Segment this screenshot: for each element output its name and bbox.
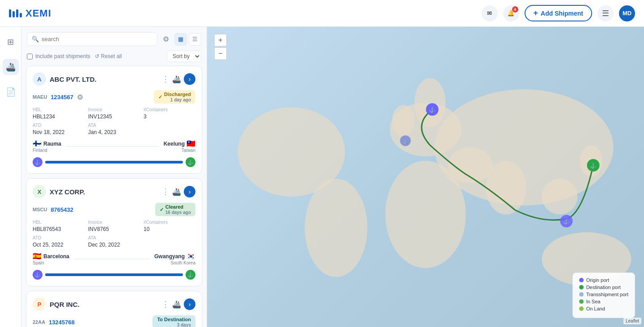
progress-fill-2: [45, 273, 183, 276]
status-badge-3: To Destination 3 days: [153, 315, 195, 327]
list-view-button[interactable]: ☰: [189, 33, 201, 46]
dest-port-2: Gwangyang 🇰🇷 South Korea: [154, 252, 195, 265]
svg-point-16: [560, 215, 573, 227]
zoom-out-button[interactable]: −: [214, 47, 227, 60]
grid-view-button[interactable]: ▦: [174, 33, 187, 46]
origin-port-1: 🇫🇮 Rauma Finland: [33, 139, 61, 153]
sidebar-item-dashboard[interactable]: ⊞: [3, 34, 19, 50]
more-button-2[interactable]: ⋮: [161, 187, 169, 197]
email-button[interactable]: ✉: [482, 5, 498, 21]
info-grid-1: HBL HBL1234 Invoice INV12345 #Containers…: [33, 107, 195, 136]
tracking-row-1: MAEU 1234567 ⚙ ✓ Discharged 1 day ago: [33, 90, 195, 104]
logo-bar-1: [9, 9, 11, 17]
track-icon-2[interactable]: 🚢: [172, 188, 181, 196]
carrier-3: 22AA: [33, 319, 45, 325]
status-badge-2: ✓ Cleared 16 days ago: [155, 203, 195, 216]
dashboard-icon: ⊞: [7, 37, 14, 47]
svg-point-3: [386, 161, 466, 268]
sort-select[interactable]: Sort by: [167, 50, 201, 62]
leaflet-credit: Leaflet: [623, 318, 641, 324]
progress-track-1: [45, 161, 183, 164]
plus-icon: +: [534, 8, 538, 18]
logo-bar-3: [16, 9, 18, 17]
legend-dot-trans: [579, 292, 584, 297]
search-bar: 🔍 ⚙ ▦ ☰: [21, 27, 207, 49]
svg-text:⚓: ⚓: [403, 138, 409, 144]
card-header-2: X XYZ CORP. ⋮ 🚢 ›: [33, 185, 195, 198]
reset-button[interactable]: ↺ Reset all: [95, 53, 122, 59]
svg-point-10: [448, 147, 493, 183]
menu-icon: ☰: [602, 8, 609, 18]
svg-text:⚓: ⚓: [563, 218, 570, 225]
ata-item-2: ATA Dec 20, 2022: [88, 235, 195, 248]
svg-point-0: [390, 103, 462, 156]
route-row-2: 🇪🇸 Barcelona Spain Gwangyang 🇰🇷 South Ko…: [33, 252, 195, 265]
track-icon-3[interactable]: 🚢: [172, 300, 181, 309]
dest-anchor-1: ⚓: [186, 157, 195, 167]
dest-flag-1: 🇹🇼: [186, 139, 195, 148]
track-icon-1[interactable]: 🚢: [172, 75, 181, 84]
filter-button[interactable]: ⚙: [161, 33, 171, 45]
progress-fill-1: [45, 161, 183, 164]
shipment-card-1[interactable]: A ABC PVT. LTD. ⋮ 🚢 › MAEU 1234567 ⚙ ✓: [26, 66, 202, 174]
info-grid-2: HBL HBL876543 Invoice INV8765 #Container…: [33, 220, 195, 248]
include-past-checkbox[interactable]: [27, 54, 33, 59]
email-icon: ✉: [487, 10, 492, 17]
search-input[interactable]: [42, 36, 153, 42]
card-actions-2: ⋮ 🚢 ›: [161, 186, 195, 197]
expand-button-1[interactable]: ›: [184, 73, 195, 85]
more-button-1[interactable]: ⋮: [161, 74, 169, 84]
svg-point-4: [435, 89, 614, 205]
more-button-3[interactable]: ⋮: [161, 299, 169, 309]
filter-row: Include past shipments ↺ Reset all Sort …: [21, 49, 207, 66]
card-actions-3: ⋮ 🚢 ›: [161, 298, 195, 310]
notification-button[interactable]: 🔔 4: [503, 5, 519, 21]
hbl-item-1: HBL HBL1234: [33, 107, 85, 120]
origin-anchor-1: ⚓: [33, 157, 42, 167]
legend-label-dest: Destination port: [586, 285, 621, 290]
svg-point-8: [305, 179, 368, 277]
logo-bar-2: [13, 11, 15, 17]
list-icon: ☰: [192, 36, 198, 42]
progress-row-2: ⚓ ⚓: [33, 270, 195, 280]
tracking-row-2: MSCU 8765432 ✓ Cleared 16 days ago: [33, 203, 195, 216]
svg-text:⚓: ⚓: [429, 106, 436, 113]
check-icon-2: ✓: [160, 207, 164, 213]
sidenav: ⊞ 🚢 📄: [0, 27, 21, 327]
legend-label-trans: Transshipment port: [586, 292, 628, 297]
expand-button-2[interactable]: ›: [184, 186, 195, 197]
company-avatar-2: X: [33, 185, 46, 198]
svg-point-11: [580, 145, 602, 176]
svg-point-6: [542, 179, 578, 214]
logo-text: XEMI: [25, 8, 51, 19]
ship-icon: 🚢: [6, 62, 16, 72]
zoom-in-button[interactable]: +: [214, 34, 227, 46]
status-badge-1: ✓ Discharged 1 day ago: [154, 90, 195, 104]
sidebar-item-documents[interactable]: 📄: [3, 84, 19, 100]
gear-icon-1[interactable]: ⚙: [77, 93, 83, 101]
view-toggle: ▦ ☰: [174, 33, 201, 46]
expand-button-3[interactable]: ›: [184, 298, 195, 310]
tracking-num-1: 1234567: [51, 94, 73, 101]
avatar[interactable]: MD: [619, 5, 635, 21]
legend-dot-dest: [579, 285, 584, 289]
atd-item-1: ATD Nov 18, 2022: [33, 123, 85, 136]
tracking-num-2: 8765432: [51, 206, 73, 213]
dest-port-1: Keelung 🇹🇼 Taiwan: [164, 139, 195, 153]
shipment-card-3[interactable]: P PQR INC. ⋮ 🚢 › 22AA 13245768 To Destin…: [26, 291, 202, 327]
include-past-label[interactable]: Include past shipments: [27, 53, 90, 59]
menu-button[interactable]: ☰: [597, 5, 614, 21]
legend-item-land: On Land: [579, 306, 628, 311]
svg-point-14: [400, 135, 411, 146]
carrier-1: MAEU: [33, 94, 47, 100]
map-placeholder: ⚓ ⚓ ⚓ ⚓ + −: [207, 27, 644, 327]
shipment-card-2[interactable]: X XYZ CORP. ⋮ 🚢 › MSCU 8765432 ✓ Cleared: [26, 178, 202, 286]
check-icon-1: ✓: [158, 94, 162, 100]
legend-dot-land: [579, 306, 584, 311]
dest-anchor-2: ⚓: [186, 270, 195, 280]
sidebar-item-shipments[interactable]: 🚢: [3, 59, 19, 75]
ata-item-1: ATA Jan 4, 2023: [88, 123, 195, 136]
svg-point-18: [587, 159, 600, 172]
company-avatar-3: P: [33, 298, 46, 311]
add-shipment-button[interactable]: + Add Shipment: [525, 5, 592, 21]
